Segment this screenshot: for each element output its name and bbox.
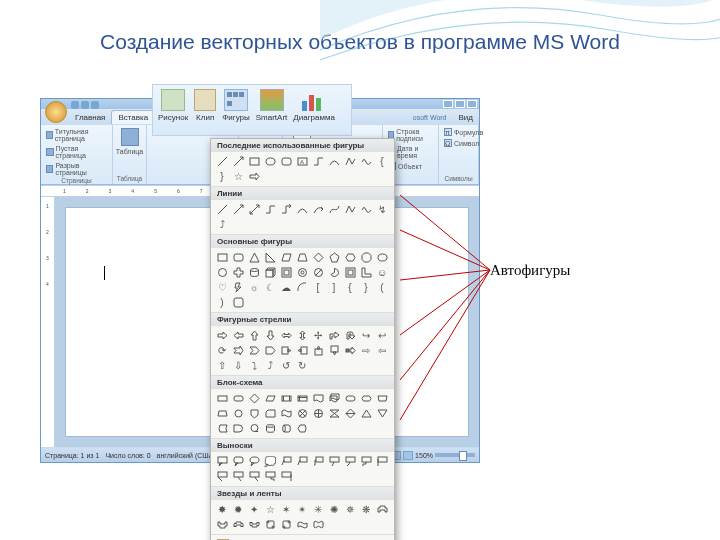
ar-pentagon[interactable] [263,344,277,357]
bs-hexagon[interactable] [343,251,357,264]
bs-lbrace[interactable]: { [343,281,357,294]
shape-rect[interactable] [247,155,261,168]
bs-lbracket[interactable]: [ [311,281,325,294]
shapes-button[interactable]: Фигуры [219,87,253,133]
line-2[interactable] [231,203,245,216]
bs-octagon[interactable] [359,251,373,264]
view-draft-button[interactable] [403,451,413,460]
shape-scribble[interactable] [359,155,373,168]
status-zoom[interactable]: 150% [415,452,433,459]
status-page[interactable]: Страница: 1 из 1 [45,452,99,459]
ar-callout-d[interactable] [327,344,341,357]
ar-callout-u[interactable] [311,344,325,357]
co-a2[interactable] [343,455,357,468]
quick-access-toolbar[interactable] [71,101,99,109]
st-ribbon-curved-down[interactable] [247,518,261,531]
fc-direct[interactable] [279,422,293,435]
shape-oval[interactable] [263,155,277,168]
line-7[interactable] [311,203,325,216]
symbol-button[interactable]: ΩСимвол [442,138,485,148]
st-24[interactable]: ✵ [343,503,357,516]
shape-star[interactable]: ☆ [231,170,245,183]
st-ribbon-curved-up[interactable] [231,518,245,531]
bs-smiley[interactable]: ☺ [375,266,389,279]
st-32[interactable]: ❋ [359,503,373,516]
ar-27[interactable]: ↺ [279,359,293,372]
bs-trap[interactable] [295,251,309,264]
ar-ud[interactable] [295,329,309,342]
line-6[interactable] [295,203,309,216]
bs-roundrect[interactable] [231,251,245,264]
table-button[interactable]: Таблица [116,127,143,156]
co-cloud[interactable]: 💭 [263,455,277,468]
ar-28[interactable]: ↻ [295,359,309,372]
fc-display[interactable] [295,422,309,435]
clip-button[interactable]: Клип [191,87,219,133]
ar-21[interactable]: ⇨ [359,344,373,357]
co-line2[interactable] [295,455,309,468]
maximize-button[interactable] [455,100,465,108]
st-16[interactable]: ✺ [327,503,341,516]
fc-or[interactable] [311,407,325,420]
co-b2[interactable] [215,470,229,483]
co-rect[interactable] [215,455,229,468]
st-scroll-h[interactable] [279,518,293,531]
fc-offpage[interactable] [247,407,261,420]
co-c[interactable] [231,470,245,483]
st-explosion2[interactable]: ✹ [231,503,245,516]
fc-magdisk[interactable] [263,422,277,435]
qat-save-icon[interactable] [71,101,79,109]
fc-term[interactable] [343,392,357,405]
fc-seq[interactable] [247,422,261,435]
smartart-button[interactable]: SmartArt [253,87,291,133]
close-button[interactable] [467,100,477,108]
ar-uturn[interactable] [343,329,357,342]
fc-merge[interactable] [375,407,389,420]
bs-block[interactable] [311,266,325,279]
tab-home[interactable]: Главная [69,111,111,124]
bs-oval[interactable] [375,251,389,264]
co-a3[interactable] [359,455,373,468]
cover-page-button[interactable]: Титульная страница [44,127,109,143]
office-button[interactable] [45,101,67,123]
line-3[interactable] [247,203,261,216]
ar-striped[interactable] [343,344,357,357]
minimize-button[interactable] [443,100,453,108]
st-scroll-v[interactable] [263,518,277,531]
bs-rbracket[interactable]: ] [327,281,341,294]
fc-prep[interactable] [359,392,373,405]
blank-page-button[interactable]: Пустая страница [44,144,109,160]
shape-roundrect[interactable] [279,155,293,168]
line-4[interactable] [263,203,277,216]
fc-card[interactable] [263,407,277,420]
line-9[interactable] [343,203,357,216]
st-ribbon-up[interactable] [375,503,389,516]
bs-l[interactable] [359,266,373,279]
ar-quad[interactable]: ✢ [311,329,325,342]
bs-rtriangle[interactable] [263,251,277,264]
co-f[interactable] [279,470,293,483]
fc-manualop[interactable] [215,407,229,420]
ar-25[interactable]: ⤵ [247,359,261,372]
fc-process[interactable] [215,392,229,405]
bs-lparen[interactable]: ( [375,281,389,294]
bs-plus[interactable] [231,266,245,279]
ar-callout-r[interactable] [279,344,293,357]
bs-frame[interactable] [343,266,357,279]
ar-down[interactable] [263,329,277,342]
bs-diamond[interactable] [311,251,325,264]
fc-stored[interactable] [215,422,229,435]
st-5[interactable]: ☆ [263,503,277,516]
ar-up[interactable] [247,329,261,342]
fc-alt[interactable] [231,392,245,405]
ar-right[interactable] [215,329,229,342]
st-wave[interactable] [295,518,309,531]
shape-lbrace[interactable]: { [375,155,389,168]
bs-pentagon[interactable] [327,251,341,264]
zoom-slider[interactable] [435,453,475,457]
ar-left[interactable] [231,329,245,342]
shape-freeform[interactable] [343,155,357,168]
ar-circular[interactable]: ⟳ [215,344,229,357]
fc-collate[interactable] [327,407,341,420]
fc-internal[interactable] [295,392,309,405]
